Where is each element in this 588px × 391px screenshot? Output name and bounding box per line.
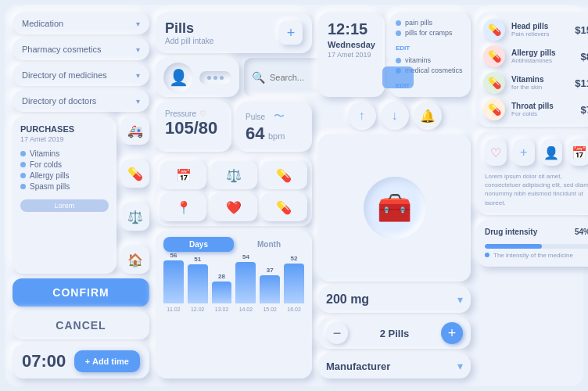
edit-tags-button[interactable]: EDIT bbox=[396, 45, 410, 52]
pulse-value-row: 64 bpm bbox=[246, 124, 303, 144]
chart-tabs: Days Month bbox=[163, 237, 304, 252]
heart-icon-btn[interactable]: ❤️ bbox=[210, 193, 256, 221]
chart-bar: 28 bbox=[212, 273, 232, 303]
list-item: For colds bbox=[20, 160, 109, 169]
home-icon-btn[interactable]: 🏠 bbox=[121, 246, 149, 274]
heart-action-button[interactable]: ♡ bbox=[485, 139, 507, 166]
calendar-icon-btn[interactable]: 📅 bbox=[160, 161, 206, 189]
bar-visual bbox=[235, 262, 256, 303]
date-label: 17 Amet 2019 bbox=[328, 51, 375, 59]
column-4: 💊 Head pills Pain relievers $15 💊 Allerg… bbox=[477, 13, 588, 378]
progress-bar-fill bbox=[485, 244, 542, 249]
scale-icon-btn[interactable]: ⚖️ bbox=[210, 161, 256, 189]
bell-icon-button[interactable]: 🔔 bbox=[414, 102, 442, 130]
pulse-value: 64 bbox=[246, 124, 264, 143]
purchases-date: 17 Amet 2019 bbox=[20, 135, 109, 143]
pulse-card: Pulse 〜 64 bpm bbox=[236, 102, 312, 152]
dot-icon bbox=[207, 76, 211, 80]
chart-labels: 11.0212.0213.0214.0215.0216.02 bbox=[163, 307, 304, 312]
ambulance-icon-btn[interactable]: 🚑 bbox=[121, 117, 149, 145]
price-item-head: 💊 Head pills Pain relievers $15 bbox=[483, 19, 588, 41]
price-item-vitamins: 💊 Vitamins for the skin $11 bbox=[483, 72, 588, 94]
bar-visual bbox=[212, 282, 232, 303]
head-pills-price: $15 bbox=[575, 24, 588, 36]
vitamins-name: Vitamins bbox=[511, 75, 568, 84]
throat-pills-info: Throat pills For colds bbox=[511, 102, 575, 117]
scale-icon-btn[interactable]: ⚖️ bbox=[121, 203, 149, 231]
chart-date-label: 14.02 bbox=[235, 307, 256, 312]
head-pills-sub: Pain relievers bbox=[511, 30, 568, 38]
dots-menu-button[interactable] bbox=[199, 71, 231, 84]
allergy-pills-name: Allergy pills bbox=[511, 48, 575, 57]
dot-icon bbox=[396, 30, 401, 36]
chart-date-label: 15.02 bbox=[260, 307, 280, 312]
pill-icon-btn[interactable]: 💊 bbox=[261, 193, 307, 221]
cancel-button[interactable]: CANCEL bbox=[13, 311, 149, 339]
media-thumbnail bbox=[382, 66, 414, 88]
chart-date-label: 11.02 bbox=[163, 307, 184, 312]
drug-subtitle-row: The intensity of the medicine bbox=[485, 252, 588, 259]
menu-item-directory-med[interactable]: Directory of medicines ▾ bbox=[13, 64, 149, 86]
menu-item-directory-doc[interactable]: Directory of doctors ▾ bbox=[13, 90, 149, 112]
tab-days[interactable]: Days bbox=[163, 237, 234, 252]
location-icon-btn[interactable]: 📍 bbox=[160, 193, 206, 221]
bar-value-label: 54 bbox=[242, 253, 249, 260]
bar-visual bbox=[260, 275, 280, 303]
throat-pills-price: $7 bbox=[581, 104, 588, 116]
lorem-button[interactable]: Lorem bbox=[20, 199, 109, 212]
add-time-button[interactable]: + Add time bbox=[74, 350, 140, 372]
tab-month[interactable]: Month bbox=[234, 237, 304, 252]
dosage-value: 200 mg bbox=[326, 292, 369, 307]
pills-count-value: 2 Pills bbox=[380, 328, 410, 339]
manufacturer-dropdown-icon[interactable]: ▾ bbox=[457, 360, 463, 372]
column-1: Medication ▾ Pharmacy cosmetics ▾ Direct… bbox=[13, 13, 149, 378]
allergy-pills-info: Allergy pills Antihistamines bbox=[511, 48, 575, 64]
allergy-pills-price: $8 bbox=[581, 51, 588, 63]
arrow-bell-row: ↑ ↓ 🔔 bbox=[318, 102, 471, 130]
chart-date-label: 12.02 bbox=[188, 307, 208, 312]
tag-vitamins: vitamins bbox=[396, 56, 464, 64]
bar-visual bbox=[284, 264, 304, 303]
chart-date-label: 13.02 bbox=[212, 307, 232, 312]
decrease-pills-button[interactable]: − bbox=[326, 322, 348, 344]
dosage-dropdown-icon[interactable]: ▾ bbox=[457, 293, 463, 306]
add-action-button[interactable]: + bbox=[513, 139, 535, 166]
tag-cramps: pills for cramps bbox=[396, 29, 464, 37]
bar-value-label: 37 bbox=[267, 267, 274, 274]
increase-pills-button[interactable]: + bbox=[441, 322, 463, 344]
confirm-button[interactable]: CONFIRM bbox=[13, 278, 149, 307]
dot-icon bbox=[396, 58, 401, 63]
kit-icon: 🧰 bbox=[364, 177, 426, 239]
menu-item-pharmacy[interactable]: Pharmacy cosmetics ▾ bbox=[13, 38, 149, 60]
dosage-card: 200 mg ▾ bbox=[318, 286, 471, 313]
kit-card: 🧰 bbox=[318, 135, 471, 282]
progress-bar-background bbox=[485, 244, 588, 249]
calendar-action-button[interactable]: 📅 bbox=[568, 139, 588, 166]
bar-visual bbox=[163, 260, 184, 303]
menu-item-medication[interactable]: Medication ▾ bbox=[13, 13, 149, 34]
bar-value-label: 52 bbox=[291, 255, 298, 262]
capsule-icon-btn[interactable]: 💊 bbox=[261, 161, 307, 189]
day-label: Wednesday bbox=[328, 40, 375, 49]
chart-bar: 51 bbox=[188, 256, 208, 303]
drug-subtitle: The intensity of the medicine bbox=[493, 252, 573, 259]
pulse-wave-icon: 〜 bbox=[274, 109, 285, 122]
pills-title-group: Pills Add pill intake bbox=[165, 20, 213, 45]
down-arrow-button[interactable]: ↓ bbox=[381, 102, 409, 130]
icon-grid-card: 📅 ⚖️ 💊 📍 ❤️ 💊 bbox=[156, 156, 312, 226]
heart-icon: ♡ bbox=[199, 109, 206, 118]
dot-icon bbox=[20, 184, 26, 189]
chevron-icon-dir-med: ▾ bbox=[136, 71, 140, 80]
pills-count-card: − 2 Pills + bbox=[318, 317, 471, 349]
action-buttons: ♡ + 👤 📅 bbox=[485, 139, 588, 166]
chevron-icon-medication: ▾ bbox=[136, 20, 140, 28]
add-pill-button[interactable]: + bbox=[279, 21, 303, 45]
drug-header: Drug intensity 54% bbox=[485, 228, 588, 241]
up-arrow-button[interactable]: ↑ bbox=[348, 102, 376, 130]
medicine-icon-btn[interactable]: 💊 bbox=[121, 160, 149, 188]
time-display: 07:00 bbox=[22, 351, 66, 371]
chart-bar: 52 bbox=[284, 255, 304, 303]
throat-pills-sub: For colds bbox=[511, 110, 575, 117]
pulse-unit: bpm bbox=[268, 131, 285, 141]
user-action-button[interactable]: 👤 bbox=[541, 139, 563, 166]
